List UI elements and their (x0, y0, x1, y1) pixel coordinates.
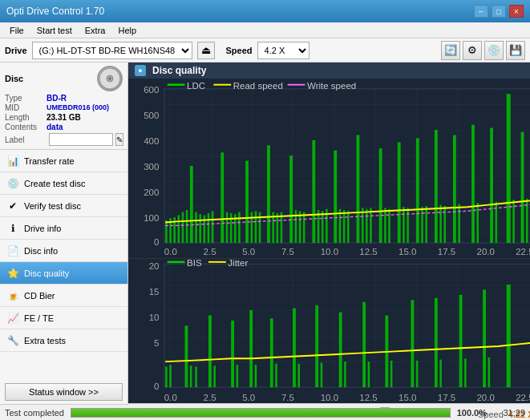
svg-rect-81 (388, 209, 390, 243)
svg-text:0.0: 0.0 (164, 247, 177, 256)
eject-button[interactable]: ⏏ (197, 42, 215, 59)
menu-help[interactable]: Help (111, 24, 143, 37)
sidebar-item-disc-info[interactable]: 📄 Disc info (0, 240, 127, 262)
app-title: Opti Drive Control 1.70 (6, 6, 104, 17)
svg-rect-154 (321, 363, 323, 388)
sidebar-item-verify-test-disc[interactable]: ✔ Verify test disc (0, 195, 127, 217)
svg-rect-158 (368, 361, 370, 387)
svg-rect-57 (255, 211, 257, 243)
svg-rect-93 (471, 125, 475, 243)
charts-container: 600 500 400 300 200 100 0 18X 16X 14X 12… (128, 79, 530, 403)
refresh-button[interactable]: 🔄 (441, 41, 460, 60)
burn-button[interactable]: 💿 (484, 41, 504, 60)
svg-rect-89 (439, 205, 442, 243)
svg-text:LDC: LDC (187, 81, 205, 91)
svg-text:17.5: 17.5 (438, 247, 455, 256)
svg-rect-156 (344, 361, 346, 387)
top-chart-wrapper: 600 500 400 300 200 100 0 18X 16X 14X 12… (128, 79, 530, 259)
svg-rect-165 (459, 295, 463, 387)
menu-extra[interactable]: Extra (79, 24, 112, 37)
svg-text:12.5: 12.5 (359, 393, 377, 402)
verify-test-disc-label: Verify test disc (24, 201, 81, 211)
svg-rect-54 (238, 212, 241, 243)
fe-te-label: FE / TE (24, 313, 54, 323)
cd-bier-label: CD Bier (24, 291, 55, 301)
svg-text:5.0: 5.0 (242, 393, 255, 402)
svg-rect-71 (334, 151, 337, 243)
sidebar-item-fe-te[interactable]: 📈 FE / TE (0, 307, 127, 329)
disc-length-row: Length 23.31 GB (5, 113, 123, 122)
sidebar-item-create-test-disc[interactable]: 💿 Create test disc (0, 172, 127, 195)
menu-file[interactable]: File (3, 24, 30, 37)
svg-rect-146 (237, 365, 239, 387)
svg-rect-91 (453, 135, 456, 243)
sidebar-item-drive-info[interactable]: ℹ Drive info (0, 217, 127, 240)
speed-select[interactable]: 4.2 X MAX 8 X (257, 42, 310, 59)
contents-label: Contents (5, 123, 47, 131)
disc-mid-row: MID UMEBDR016 (000) (5, 103, 123, 112)
svg-rect-94 (476, 203, 479, 243)
svg-rect-167 (483, 290, 486, 388)
svg-rect-138 (165, 367, 168, 388)
svg-text:500: 500 (144, 111, 159, 120)
length-label: Length (5, 113, 47, 122)
svg-text:20.0: 20.0 (476, 393, 494, 402)
svg-text:10.0: 10.0 (321, 393, 338, 402)
svg-rect-67 (312, 140, 315, 243)
progress-bar-fill (71, 409, 450, 417)
main-area: Disc Type BD-R MID UMEBDR016 (000) (0, 63, 530, 404)
sidebar-item-cd-bier[interactable]: 🍺 CD Bier (0, 285, 127, 307)
disc-info-section: Disc Type BD-R MID UMEBDR016 (000) (0, 63, 127, 150)
top-chart: 600 500 400 300 200 100 0 18X 16X 14X 12… (128, 79, 530, 258)
svg-text:22.5: 22.5 (516, 247, 530, 256)
drive-select[interactable]: (G:) HL-DT-ST BD-RE WH16NS48 1.D3 (32, 42, 192, 59)
svg-rect-153 (315, 305, 318, 388)
svg-text:15.0: 15.0 (399, 247, 416, 256)
drive-label: Drive (5, 46, 27, 55)
svg-rect-77 (366, 209, 368, 243)
disc-quality-label: Disc quality (24, 269, 69, 278)
svg-rect-145 (231, 321, 234, 387)
sidebar-item-transfer-rate[interactable]: 📊 Transfer rate (0, 150, 127, 172)
svg-rect-87 (425, 206, 427, 243)
svg-text:7.5: 7.5 (281, 393, 294, 402)
svg-text:Write speed: Write speed (307, 81, 356, 91)
svg-text:20: 20 (149, 261, 160, 271)
save-button[interactable]: 💾 (506, 41, 525, 60)
svg-text:22.5: 22.5 (516, 393, 530, 402)
sidebar-item-disc-quality[interactable]: ⭐ Disc quality (0, 262, 127, 285)
disc-quality-header-icon: ● (135, 65, 146, 76)
svg-rect-82 (398, 142, 401, 243)
settings-button[interactable]: ⚙ (463, 41, 482, 60)
chart-header: ● Disc quality (128, 63, 530, 79)
transfer-rate-icon: 📊 (6, 155, 19, 168)
close-button[interactable]: × (509, 5, 524, 18)
svg-rect-92 (458, 204, 460, 243)
svg-rect-163 (435, 298, 438, 387)
svg-rect-142 (195, 367, 197, 388)
svg-text:BIS: BIS (187, 259, 202, 268)
disc-info-label: Disc info (24, 246, 58, 256)
bottom-chart: 20 15 10 5 0 10% 8% 6% 4% 2% 0.0 2.5 5.0… (128, 259, 530, 402)
svg-rect-59 (267, 145, 270, 243)
minimize-button[interactable]: − (474, 5, 488, 18)
svg-rect-83 (403, 207, 405, 243)
svg-text:2.5: 2.5 (204, 393, 216, 402)
status-window-button[interactable]: Status window >> (5, 383, 123, 401)
label-input[interactable] (49, 133, 113, 146)
maximize-button[interactable]: □ (492, 5, 506, 18)
menu-starttest[interactable]: Start test (30, 24, 79, 37)
svg-rect-75 (357, 135, 360, 243)
label-edit-button[interactable]: ✎ (115, 133, 123, 146)
svg-text:0: 0 (154, 382, 159, 391)
sidebar-item-extra-tests[interactable]: 🔧 Extra tests (0, 329, 127, 352)
disc-info-rows: Type BD-R MID UMEBDR016 (000) Length 23.… (5, 94, 123, 146)
svg-rect-42 (182, 212, 184, 243)
svg-rect-149 (270, 319, 273, 388)
svg-rect-80 (384, 208, 386, 243)
svg-rect-66 (303, 212, 305, 243)
right-panel: ● Disc quality 600 (128, 63, 530, 404)
svg-rect-139 (169, 365, 172, 387)
contents-value: data (47, 123, 63, 131)
svg-rect-144 (213, 366, 216, 388)
